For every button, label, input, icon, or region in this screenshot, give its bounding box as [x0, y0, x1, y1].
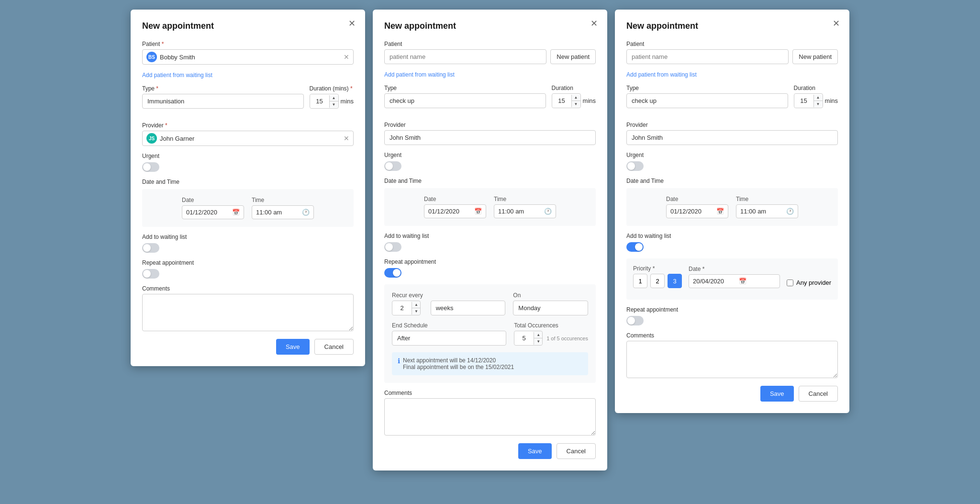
duration-value-3[interactable] [794, 94, 813, 108]
duration-up-button-3[interactable]: ▲ [814, 95, 823, 101]
urgent-toggle-2[interactable] [384, 161, 401, 171]
date-input-wrapper[interactable]: 📅 [182, 205, 244, 219]
urgent-toggle-3[interactable] [626, 161, 644, 171]
duration-down-button[interactable]: ▼ [330, 101, 338, 108]
patient-input-3[interactable] [626, 49, 789, 64]
date-input-3[interactable] [670, 205, 713, 218]
comments-label-2: Comments [384, 390, 596, 396]
date-input[interactable] [186, 206, 229, 219]
duration-spinner-buttons-2: ▲ ▼ [571, 95, 580, 107]
type-input[interactable] [142, 94, 304, 109]
time-input-wrapper-3[interactable]: 🕐 [736, 204, 798, 218]
total-spinner[interactable]: ▲ ▼ [514, 331, 543, 346]
time-input-2[interactable] [498, 205, 541, 218]
provider-input[interactable] [160, 134, 341, 143]
add-waiting-list-link-1[interactable]: Add patient from waiting list [142, 72, 212, 78]
wl-date-input[interactable] [693, 275, 736, 288]
duration-spinner-2[interactable]: ▲ ▼ [552, 93, 581, 108]
duration-spinner[interactable]: ▲ ▼ [310, 94, 339, 109]
duration-down-button-3[interactable]: ▼ [814, 101, 823, 107]
cancel-button-3[interactable]: Cancel [799, 386, 838, 402]
duration-value-2[interactable] [552, 94, 571, 108]
modal-1-close-button[interactable]: ✕ [348, 19, 356, 28]
priority-3-button[interactable]: 3 [668, 274, 682, 288]
next-appt-text: Next appointment will be 14/12/2020 [403, 357, 514, 364]
provider-clear-button[interactable]: ✕ [344, 134, 349, 142]
recur-up-button[interactable]: ▲ [412, 302, 421, 308]
add-waiting-list-link-2[interactable]: Add patient from waiting list [384, 71, 455, 78]
waiting-list-toggle-3[interactable] [626, 242, 644, 252]
info-text: Next appointment will be 14/12/2020 Fina… [403, 357, 514, 370]
modal-2-close-button[interactable]: ✕ [590, 19, 598, 28]
date-input-wrapper-2[interactable]: 📅 [424, 204, 486, 218]
urgent-label: Urgent [142, 153, 354, 159]
patient-clear-button[interactable]: ✕ [344, 53, 349, 61]
priority-1-button[interactable]: 1 [633, 274, 647, 288]
comments-textarea[interactable] [142, 294, 354, 331]
provider-input-3[interactable] [626, 130, 838, 145]
comments-textarea-3[interactable] [626, 341, 838, 378]
total-down-button[interactable]: ▼ [534, 338, 543, 345]
new-patient-button-3[interactable]: New patient [792, 49, 838, 64]
repeat-toggle[interactable] [142, 269, 159, 279]
total-spinner-buttons: ▲ ▼ [534, 332, 543, 345]
provider-input-2[interactable] [384, 130, 596, 145]
waiting-list-toggle-row-3: Add to waiting list [626, 233, 838, 252]
urgent-toggle[interactable] [142, 162, 159, 172]
cancel-button-1[interactable]: Cancel [314, 339, 354, 355]
time-input[interactable] [256, 206, 299, 219]
time-input-wrapper[interactable]: 🕐 [252, 205, 314, 219]
recur-spinner[interactable]: ▲ ▼ [392, 301, 421, 315]
button-row-1: Save Cancel [142, 339, 354, 355]
save-button-3[interactable]: Save [760, 386, 794, 402]
mins-label-3: mins [825, 97, 838, 105]
recur-on-input[interactable] [513, 301, 588, 315]
date-input-wrapper-3[interactable]: 📅 [666, 204, 728, 218]
cancel-button-2[interactable]: Cancel [557, 443, 596, 459]
date-field-2: Date 📅 [424, 196, 486, 218]
repeat-toggle-row: Repeat appointment [142, 259, 354, 279]
recur-down-button[interactable]: ▼ [412, 308, 421, 314]
repeat-toggle-3[interactable] [626, 316, 644, 325]
add-waiting-list-link-3[interactable]: Add patient from waiting list [626, 71, 697, 78]
waiting-list-toggle[interactable] [142, 243, 159, 253]
total-row: ▲ ▼ 1 of 5 occurences [514, 331, 588, 346]
recur-unit-input[interactable] [431, 301, 506, 315]
comments-field-group: Comments [142, 285, 354, 331]
end-schedule-input[interactable] [392, 331, 506, 346]
save-button-1[interactable]: Save [276, 339, 310, 355]
end-schedule-field: End Schedule [392, 322, 506, 346]
duration-up-button-2[interactable]: ▲ [572, 95, 580, 101]
duration-label-3: Duration [794, 85, 838, 91]
duration-field-group-3: Duration ▲ ▼ mins [794, 85, 838, 108]
priority-2-button[interactable]: 2 [650, 274, 665, 288]
waiting-list-toggle-2[interactable] [384, 242, 401, 252]
any-provider-checkbox[interactable] [787, 280, 793, 286]
type-input-3[interactable] [626, 93, 788, 108]
total-value[interactable] [514, 331, 534, 345]
new-patient-button-2[interactable]: New patient [550, 49, 596, 64]
patient-input-wrapper[interactable]: BS ✕ [142, 49, 354, 65]
recur-value[interactable] [392, 301, 412, 315]
save-button-2[interactable]: Save [518, 443, 552, 459]
time-input-wrapper-2[interactable]: 🕐 [494, 204, 556, 218]
wl-date-input-wrapper[interactable]: 📅 [689, 274, 780, 288]
comments-textarea-2[interactable] [384, 398, 596, 436]
date-label: Date [182, 197, 244, 203]
date-time-inner-2: Date 📅 Time 🕐 [392, 196, 588, 218]
time-input-3[interactable] [740, 205, 783, 218]
duration-up-button[interactable]: ▲ [330, 95, 338, 101]
provider-field-group-2: Provider [384, 122, 596, 145]
patient-input[interactable] [160, 53, 341, 62]
repeat-toggle-2[interactable] [384, 268, 401, 278]
patient-input-2[interactable] [384, 49, 546, 64]
date-input-2[interactable] [428, 205, 471, 218]
duration-down-button-2[interactable]: ▼ [572, 101, 580, 107]
provider-input-wrapper[interactable]: JS ✕ [142, 131, 354, 146]
clock-icon-2: 🕐 [544, 208, 552, 215]
total-up-button[interactable]: ▲ [534, 332, 543, 338]
duration-value[interactable] [310, 94, 329, 108]
modal-3-close-button[interactable]: ✕ [833, 19, 840, 28]
type-input-2[interactable] [384, 93, 546, 108]
duration-spinner-3[interactable]: ▲ ▼ [794, 93, 823, 108]
